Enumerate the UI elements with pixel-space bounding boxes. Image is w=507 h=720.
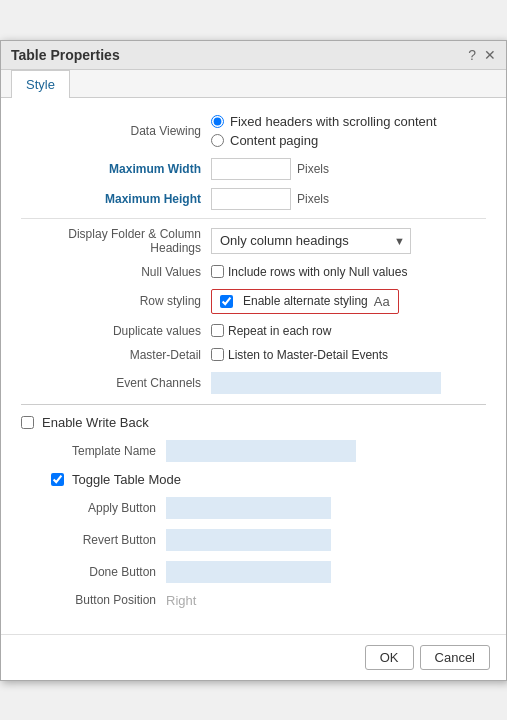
fixed-headers-label: Fixed headers with scrolling content xyxy=(230,114,437,129)
master-detail-text: Listen to Master-Detail Events xyxy=(228,348,388,362)
table-properties-dialog: Table Properties ? ✕ Style Data Viewing … xyxy=(0,40,507,681)
display-folder-select-wrapper: Only column headings Column headings onl… xyxy=(211,228,411,254)
button-position-label: Button Position xyxy=(21,593,166,607)
data-viewing-label: Data Viewing xyxy=(21,124,211,138)
max-height-row: Maximum Height Pixels xyxy=(21,188,486,210)
master-detail-row: Master-Detail Listen to Master-Detail Ev… xyxy=(21,348,486,362)
duplicate-values-row: Duplicate values Repeat in each row xyxy=(21,324,486,338)
apply-button-row: Apply Button xyxy=(21,497,486,519)
close-icon[interactable]: ✕ xyxy=(484,47,496,63)
tab-style[interactable]: Style xyxy=(11,70,70,98)
toggle-table-mode-checkbox[interactable] xyxy=(51,473,64,486)
null-values-row: Null Values Include rows with only Null … xyxy=(21,265,486,279)
done-button-input[interactable] xyxy=(166,561,331,583)
master-detail-label: Master-Detail xyxy=(21,348,211,362)
apply-button-label: Apply Button xyxy=(21,501,166,515)
title-bar-actions: ? ✕ xyxy=(468,47,496,63)
template-name-input[interactable] xyxy=(166,440,356,462)
row-styling-checkbox[interactable] xyxy=(220,295,233,308)
content-paging-radio[interactable] xyxy=(211,134,224,147)
null-values-text: Include rows with only Null values xyxy=(228,265,407,279)
max-width-input[interactable] xyxy=(211,158,291,180)
row-styling-text: Enable alternate styling xyxy=(243,294,368,308)
title-bar: Table Properties ? ✕ xyxy=(1,41,506,70)
null-values-label: Null Values xyxy=(21,265,211,279)
max-width-row: Maximum Width Pixels xyxy=(21,158,486,180)
tab-bar: Style xyxy=(1,70,506,98)
done-button-label: Done Button xyxy=(21,565,166,579)
max-width-pixels: Pixels xyxy=(297,162,329,176)
null-values-checkbox[interactable] xyxy=(211,265,224,278)
revert-button-row: Revert Button xyxy=(21,529,486,551)
event-channels-input[interactable] xyxy=(211,372,441,394)
data-viewing-options: Fixed headers with scrolling content Con… xyxy=(211,114,437,148)
content-paging-label: Content paging xyxy=(230,133,318,148)
apply-button-input[interactable] xyxy=(166,497,331,519)
writeback-label: Enable Write Back xyxy=(42,415,149,430)
content-area: Data Viewing Fixed headers with scrollin… xyxy=(1,98,506,634)
dialog-footer: OK Cancel xyxy=(1,634,506,680)
master-detail-checkbox[interactable] xyxy=(211,348,224,361)
row-styling-row: Row styling Enable alternate styling Aa xyxy=(21,289,486,314)
max-height-label: Maximum Height xyxy=(21,192,211,206)
max-height-input[interactable] xyxy=(211,188,291,210)
duplicate-values-text: Repeat in each row xyxy=(228,324,331,338)
fixed-headers-radio[interactable] xyxy=(211,115,224,128)
done-button-row: Done Button xyxy=(21,561,486,583)
button-position-row: Button Position Right xyxy=(21,593,486,608)
aa-sample: Aa xyxy=(374,294,390,309)
button-position-value: Right xyxy=(166,593,196,608)
divider-2 xyxy=(21,404,486,405)
revert-button-input[interactable] xyxy=(166,529,331,551)
toggle-table-mode-label: Toggle Table Mode xyxy=(72,472,181,487)
toggle-table-mode-row: Toggle Table Mode xyxy=(21,472,486,487)
template-name-row: Template Name xyxy=(21,440,486,462)
max-height-pixels: Pixels xyxy=(297,192,329,206)
display-folder-label: Display Folder & Column Headings xyxy=(21,227,211,255)
divider-1 xyxy=(21,218,486,219)
duplicate-values-checkbox[interactable] xyxy=(211,324,224,337)
event-channels-label: Event Channels xyxy=(21,376,211,390)
cancel-button[interactable]: Cancel xyxy=(420,645,490,670)
writeback-row: Enable Write Back xyxy=(21,415,486,430)
dialog-title: Table Properties xyxy=(11,47,120,63)
fixed-headers-option[interactable]: Fixed headers with scrolling content xyxy=(211,114,437,129)
data-viewing-row: Data Viewing Fixed headers with scrollin… xyxy=(21,114,486,148)
max-width-label: Maximum Width xyxy=(21,162,211,176)
display-folder-select[interactable]: Only column headings Column headings onl… xyxy=(211,228,411,254)
display-folder-row: Display Folder & Column Headings Only co… xyxy=(21,227,486,255)
duplicate-values-label: Duplicate values xyxy=(21,324,211,338)
row-styling-label: Row styling xyxy=(21,294,211,308)
row-styling-box: Enable alternate styling Aa xyxy=(211,289,399,314)
template-name-label: Template Name xyxy=(21,444,166,458)
ok-button[interactable]: OK xyxy=(365,645,414,670)
writeback-checkbox[interactable] xyxy=(21,416,34,429)
event-channels-row: Event Channels xyxy=(21,372,486,394)
help-icon[interactable]: ? xyxy=(468,47,476,63)
content-paging-option[interactable]: Content paging xyxy=(211,133,437,148)
revert-button-label: Revert Button xyxy=(21,533,166,547)
